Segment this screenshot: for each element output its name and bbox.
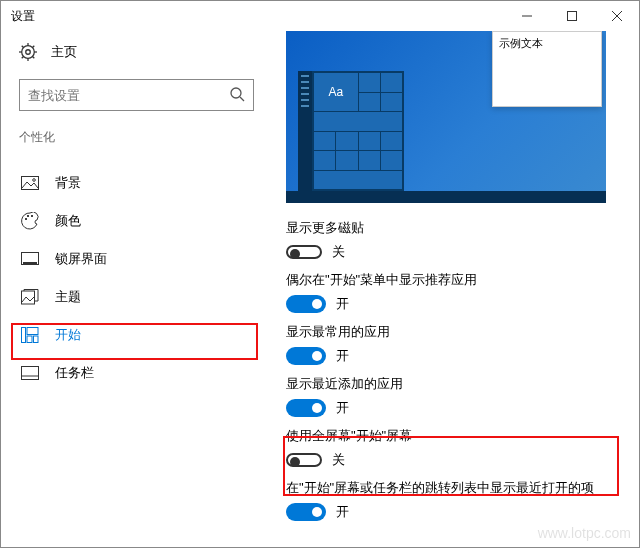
toggle-state-text: 开 xyxy=(336,295,349,313)
start-preview: Aa 示例文本 xyxy=(286,31,606,203)
toggle-switch[interactable] xyxy=(286,453,322,467)
nav-lockscreen[interactable]: 锁屏界面 xyxy=(19,240,253,278)
maximize-button[interactable] xyxy=(549,1,594,31)
setting-label: 在"开始"屏幕或任务栏的跳转列表中显示最近打开的项 xyxy=(286,479,622,497)
nav-label: 开始 xyxy=(55,326,81,344)
toggle-switch[interactable] xyxy=(286,245,322,259)
svg-line-10 xyxy=(22,46,24,48)
svg-rect-23 xyxy=(22,291,35,304)
gear-icon xyxy=(19,43,37,61)
toggle-switch[interactable] xyxy=(286,399,326,417)
setting-row: 偶尔在"开始"菜单中显示推荐应用开 xyxy=(286,271,622,313)
svg-point-17 xyxy=(33,179,36,182)
setting-row: 使用全屏幕"开始"屏幕关 xyxy=(286,427,622,469)
search-icon xyxy=(229,86,245,102)
themes-icon xyxy=(21,289,39,305)
svg-rect-25 xyxy=(27,328,38,335)
preview-tile-aa: Aa xyxy=(314,73,358,111)
palette-icon xyxy=(21,212,39,230)
svg-point-19 xyxy=(27,215,29,217)
search-input[interactable] xyxy=(20,88,220,103)
svg-rect-16 xyxy=(22,177,39,190)
minimize-button[interactable] xyxy=(504,1,549,31)
nav-label: 主题 xyxy=(55,288,81,306)
svg-line-15 xyxy=(240,97,244,101)
svg-line-13 xyxy=(22,57,24,59)
search-box[interactable] xyxy=(19,79,254,111)
toggle-state-text: 开 xyxy=(336,399,349,417)
toggle-state-text: 关 xyxy=(332,451,345,469)
setting-row: 在"开始"屏幕或任务栏的跳转列表中显示最近打开的项开 xyxy=(286,479,622,521)
window-title: 设置 xyxy=(11,8,504,25)
home-label: 主页 xyxy=(51,43,77,61)
preview-start-menu: Aa xyxy=(298,71,404,191)
nav-label: 任务栏 xyxy=(55,364,94,382)
toggle-state-text: 关 xyxy=(332,243,345,261)
minimize-icon xyxy=(522,11,532,21)
nav-taskbar[interactable]: 任务栏 xyxy=(19,354,253,392)
close-icon xyxy=(612,11,622,21)
start-icon xyxy=(21,327,39,343)
nav-themes[interactable]: 主题 xyxy=(19,278,253,316)
nav-background[interactable]: 背景 xyxy=(19,164,253,202)
window-controls xyxy=(504,1,639,31)
close-button[interactable] xyxy=(594,1,639,31)
svg-point-14 xyxy=(231,88,241,98)
watermark: www.lotpc.com xyxy=(538,525,631,541)
preview-popup: 示例文本 xyxy=(492,31,602,107)
toggle-state-text: 开 xyxy=(336,347,349,365)
taskbar-icon xyxy=(21,366,39,380)
svg-rect-22 xyxy=(23,262,37,264)
section-header: 个性化 xyxy=(19,129,253,146)
nav-colors[interactable]: 颜色 xyxy=(19,202,253,240)
toggle-switch[interactable] xyxy=(286,295,326,313)
svg-line-12 xyxy=(33,46,35,48)
svg-point-5 xyxy=(26,50,31,55)
setting-label: 显示最常用的应用 xyxy=(286,323,622,341)
setting-label: 显示最近添加的应用 xyxy=(286,375,622,393)
nav-label: 锁屏界面 xyxy=(55,250,107,268)
svg-rect-28 xyxy=(22,367,39,380)
svg-rect-27 xyxy=(34,336,39,343)
svg-point-18 xyxy=(25,218,27,220)
lockscreen-icon xyxy=(21,252,39,266)
setting-label: 显示更多磁贴 xyxy=(286,219,622,237)
home-link[interactable]: 主页 xyxy=(19,43,253,61)
svg-rect-26 xyxy=(27,336,32,343)
left-panel: 主页 个性化 背景 颜色 锁屏界面 主题 开始 任务栏 xyxy=(1,31,271,392)
svg-line-11 xyxy=(33,57,35,59)
toggle-switch[interactable] xyxy=(286,503,326,521)
setting-label: 使用全屏幕"开始"屏幕 xyxy=(286,427,622,445)
nav-label: 颜色 xyxy=(55,212,81,230)
svg-rect-24 xyxy=(22,328,26,343)
svg-point-20 xyxy=(31,215,33,217)
setting-label: 偶尔在"开始"菜单中显示推荐应用 xyxy=(286,271,622,289)
toggle-state-text: 开 xyxy=(336,503,349,521)
setting-row: 显示更多磁贴关 xyxy=(286,219,622,261)
toggle-switch[interactable] xyxy=(286,347,326,365)
svg-point-4 xyxy=(22,46,35,59)
popup-title: 示例文本 xyxy=(499,36,595,51)
preview-taskbar xyxy=(286,191,606,203)
setting-row: 显示最常用的应用开 xyxy=(286,323,622,365)
nav-label: 背景 xyxy=(55,174,81,192)
maximize-icon xyxy=(567,11,577,21)
title-bar: 设置 xyxy=(1,1,639,31)
content-panel: Aa 示例文本 显示更多磁贴关偶尔在"开始"菜单中显示推荐应用开显示最常用的应用… xyxy=(286,31,622,521)
svg-rect-1 xyxy=(567,12,576,21)
picture-icon xyxy=(21,176,39,190)
nav-start[interactable]: 开始 xyxy=(19,316,253,354)
setting-row: 显示最近添加的应用开 xyxy=(286,375,622,417)
